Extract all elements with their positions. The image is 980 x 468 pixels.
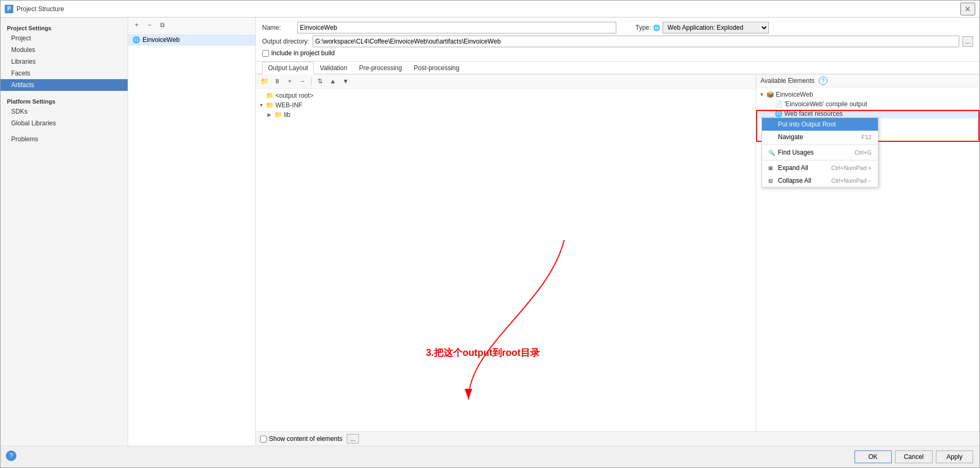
type-label: Type: [635, 24, 651, 31]
split-panel: 📁 ⏸ + − ⇅ ▲ ▼ [256, 74, 979, 431]
available-elements-panel: Available Elements ? ▼ 📦 EinvoiceWeb [756, 74, 979, 431]
output-tree: 📁 <output root> ▼ 📁 WEB-INF ▶ 📁 [256, 89, 756, 431]
ctx-navigate[interactable]: Navigate F12 [762, 131, 878, 143]
output-dir-input[interactable] [313, 36, 959, 47]
name-input[interactable] [297, 22, 616, 33]
context-menu: Put into Output Root Navigate F [761, 117, 878, 188]
output-root-icon: 📁 [266, 92, 274, 99]
tree-item-output-root[interactable]: 📁 <output root> [256, 91, 756, 100]
move-down-button[interactable]: ▼ [340, 76, 351, 87]
annotation-text: 3.把这个output到root目录 [426, 346, 540, 359]
copy-artifact-button[interactable]: ⧉ [157, 20, 167, 30]
type-icon: 🌐 [653, 24, 660, 31]
tree-available-compile[interactable]: 📄 'EinvoiceWeb' compile output [756, 99, 979, 109]
main-layout: Project Settings Project Modules Librari… [1, 18, 979, 446]
output-dir-label: Output directory: [262, 38, 309, 45]
web-facet-icon: 🌐 [775, 110, 783, 117]
include-in-build-checkbox[interactable] [262, 50, 269, 57]
dialog-bottom: OK Cancel Apply [1, 446, 979, 467]
tabs-bar: Output Layout Validation Pre-processing … [256, 62, 979, 74]
artifacts-list: 🌐 EinvoiceWeb [128, 33, 255, 446]
create-dir-button[interactable]: 📁 [259, 76, 270, 87]
tab-validation[interactable]: Validation [314, 62, 353, 74]
cancel-button[interactable]: Cancel [895, 450, 933, 463]
artifacts-list-panel: + − ⧉ 🌐 EinvoiceWeb [128, 18, 256, 446]
web-app-icon: 🌐 [132, 36, 140, 44]
ctx-put-into-output-root[interactable]: Put into Output Root [762, 118, 878, 131]
name-label: Name: [262, 24, 294, 31]
web-inf-icon: 📁 [266, 101, 274, 109]
ctx-find-usages[interactable]: 🔍 Find Usages Ctrl+G [762, 146, 878, 159]
pause-button[interactable]: ⏸ [272, 76, 282, 87]
move-up-button[interactable]: ▲ [328, 76, 338, 87]
ctx-find-icon: 🔍 [768, 150, 776, 156]
ctx-collapse-icon: ⊟ [768, 178, 776, 184]
content-area: Name: Type: 🌐 Web Application: Exploded [256, 18, 979, 446]
sidebar-item-libraries[interactable]: Libraries [1, 56, 128, 67]
sidebar-item-modules[interactable]: Modules [1, 44, 128, 56]
tab-postprocessing[interactable]: Post-processing [408, 62, 465, 74]
output-layout-panel: 📁 ⏸ + − ⇅ ▲ ▼ [256, 74, 756, 431]
close-button[interactable]: ✕ [960, 3, 975, 15]
ctx-separator-2 [762, 160, 878, 160]
sidebar-item-facets[interactable]: Facets [1, 67, 128, 79]
tab-output-layout[interactable]: Output Layout [262, 62, 314, 74]
platform-settings-heading: Platform Settings [1, 95, 128, 106]
web-inf-arrow: ▼ [259, 103, 264, 108]
show-content-label: Show content of elements [269, 435, 342, 443]
available-elements-title: Available Elements [760, 77, 815, 84]
dialog-title: Project Structure [16, 5, 64, 13]
sidebar: Project Settings Project Modules Librari… [1, 18, 128, 446]
remove-element-button[interactable]: − [297, 76, 308, 87]
output-layout-toolbar: 📁 ⏸ + − ⇅ ▲ ▼ [256, 74, 756, 89]
tree-available-root[interactable]: ▼ 📦 EinvoiceWeb [756, 90, 979, 99]
browse-dir-button[interactable]: … [962, 36, 973, 47]
artifacts-toolbar: + − ⧉ [128, 18, 255, 33]
app-icon: P [5, 5, 13, 13]
tree-item-web-inf[interactable]: ▼ 📁 WEB-INF [256, 100, 756, 110]
available-root-icon: 📦 [766, 91, 774, 98]
ok-button[interactable]: OK [855, 450, 892, 463]
ellipsis-button[interactable]: ... [347, 434, 359, 444]
help-button[interactable]: ? [6, 450, 16, 461]
bottom-bar: Show content of elements ... [256, 431, 979, 446]
sidebar-item-problems[interactable]: Problems [1, 133, 128, 145]
toolbar-separator-1 [311, 77, 312, 86]
sidebar-item-sdks[interactable]: SDKs [1, 106, 128, 117]
show-content-checkbox[interactable] [260, 436, 267, 443]
lib-icon: 📁 [274, 111, 282, 118]
sidebar-item-artifacts[interactable]: Artifacts [1, 79, 128, 91]
ctx-collapse-all[interactable]: ⊟ Collapse All Ctrl+NumPad − [762, 174, 878, 187]
sidebar-item-global-libraries[interactable]: Global Libraries [1, 117, 128, 129]
ctx-separator-1 [762, 144, 878, 145]
ctx-expand-all[interactable]: ⊞ Expand All Ctrl+NumPad + [762, 161, 878, 174]
available-elements-tree: ▼ 📦 EinvoiceWeb 📄 'EinvoiceWeb' compile … [756, 88, 979, 431]
sidebar-item-project[interactable]: Project [1, 32, 128, 44]
add-artifact-button[interactable]: + [131, 20, 142, 30]
project-settings-heading: Project Settings [1, 22, 128, 32]
title-bar: P Project Structure ✕ [1, 1, 979, 18]
tab-preprocessing[interactable]: Pre-processing [353, 62, 408, 74]
remove-artifact-button[interactable]: − [144, 20, 155, 30]
artifact-item-einvoiceweb[interactable]: 🌐 EinvoiceWeb [128, 34, 255, 46]
help-icon[interactable]: ? [819, 76, 827, 85]
apply-button[interactable]: Apply [936, 450, 973, 463]
lib-arrow: ▶ [267, 112, 273, 117]
artifact-form: Name: Type: 🌐 Web Application: Exploded [256, 18, 979, 62]
compile-output-icon: 📄 [775, 100, 783, 108]
type-select[interactable]: Web Application: Exploded [663, 22, 769, 33]
sort-button[interactable]: ⇅ [315, 76, 325, 87]
show-content-check: Show content of elements ... [260, 434, 359, 444]
tree-item-lib[interactable]: ▶ 📁 lib [256, 110, 756, 120]
ctx-expand-icon: ⊞ [768, 165, 776, 171]
include-in-build-label: Include in project build [271, 49, 334, 57]
add-element-button[interactable]: + [284, 76, 295, 87]
available-elements-header: Available Elements ? [756, 74, 979, 88]
